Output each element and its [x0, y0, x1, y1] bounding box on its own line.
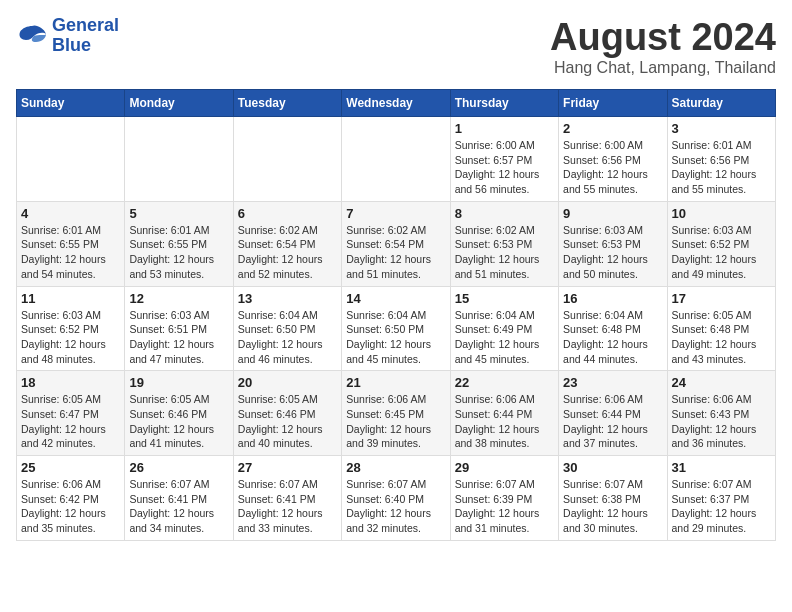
calendar-cell: 2Sunrise: 6:00 AMSunset: 6:56 PMDaylight…	[559, 117, 667, 202]
calendar-week-row: 25Sunrise: 6:06 AMSunset: 6:42 PMDayligh…	[17, 456, 776, 541]
calendar-header-row: SundayMondayTuesdayWednesdayThursdayFrid…	[17, 90, 776, 117]
cell-date-number: 2	[563, 121, 662, 136]
cell-day-info: Sunrise: 6:07 AMSunset: 6:41 PMDaylight:…	[129, 477, 228, 536]
calendar-day-header: Tuesday	[233, 90, 341, 117]
calendar-cell: 13Sunrise: 6:04 AMSunset: 6:50 PMDayligh…	[233, 286, 341, 371]
cell-date-number: 6	[238, 206, 337, 221]
cell-day-info: Sunrise: 6:06 AMSunset: 6:45 PMDaylight:…	[346, 392, 445, 451]
calendar-week-row: 1Sunrise: 6:00 AMSunset: 6:57 PMDaylight…	[17, 117, 776, 202]
logo-icon	[16, 22, 48, 50]
cell-date-number: 15	[455, 291, 554, 306]
calendar-cell: 8Sunrise: 6:02 AMSunset: 6:53 PMDaylight…	[450, 201, 558, 286]
calendar-day-header: Thursday	[450, 90, 558, 117]
cell-date-number: 7	[346, 206, 445, 221]
calendar-cell: 18Sunrise: 6:05 AMSunset: 6:47 PMDayligh…	[17, 371, 125, 456]
calendar-cell	[125, 117, 233, 202]
calendar-day-header: Saturday	[667, 90, 775, 117]
calendar-day-header: Wednesday	[342, 90, 450, 117]
calendar-table: SundayMondayTuesdayWednesdayThursdayFrid…	[16, 89, 776, 541]
calendar-week-row: 18Sunrise: 6:05 AMSunset: 6:47 PMDayligh…	[17, 371, 776, 456]
cell-day-info: Sunrise: 6:04 AMSunset: 6:48 PMDaylight:…	[563, 308, 662, 367]
cell-date-number: 26	[129, 460, 228, 475]
cell-day-info: Sunrise: 6:05 AMSunset: 6:46 PMDaylight:…	[129, 392, 228, 451]
calendar-day-header: Friday	[559, 90, 667, 117]
calendar-cell: 9Sunrise: 6:03 AMSunset: 6:53 PMDaylight…	[559, 201, 667, 286]
calendar-cell: 24Sunrise: 6:06 AMSunset: 6:43 PMDayligh…	[667, 371, 775, 456]
calendar-day-header: Sunday	[17, 90, 125, 117]
cell-date-number: 9	[563, 206, 662, 221]
cell-day-info: Sunrise: 6:06 AMSunset: 6:43 PMDaylight:…	[672, 392, 771, 451]
logo-line1: General	[52, 15, 119, 35]
cell-day-info: Sunrise: 6:07 AMSunset: 6:38 PMDaylight:…	[563, 477, 662, 536]
calendar-cell: 14Sunrise: 6:04 AMSunset: 6:50 PMDayligh…	[342, 286, 450, 371]
cell-day-info: Sunrise: 6:01 AMSunset: 6:55 PMDaylight:…	[129, 223, 228, 282]
calendar-cell: 7Sunrise: 6:02 AMSunset: 6:54 PMDaylight…	[342, 201, 450, 286]
cell-date-number: 27	[238, 460, 337, 475]
cell-date-number: 16	[563, 291, 662, 306]
cell-day-info: Sunrise: 6:01 AMSunset: 6:55 PMDaylight:…	[21, 223, 120, 282]
cell-day-info: Sunrise: 6:05 AMSunset: 6:47 PMDaylight:…	[21, 392, 120, 451]
calendar-title: August 2024	[550, 16, 776, 59]
calendar-cell: 21Sunrise: 6:06 AMSunset: 6:45 PMDayligh…	[342, 371, 450, 456]
logo-text: General Blue	[52, 16, 119, 56]
calendar-cell	[342, 117, 450, 202]
calendar-subtitle: Hang Chat, Lampang, Thailand	[550, 59, 776, 77]
calendar-cell: 20Sunrise: 6:05 AMSunset: 6:46 PMDayligh…	[233, 371, 341, 456]
calendar-day-header: Monday	[125, 90, 233, 117]
cell-day-info: Sunrise: 6:07 AMSunset: 6:41 PMDaylight:…	[238, 477, 337, 536]
calendar-cell: 10Sunrise: 6:03 AMSunset: 6:52 PMDayligh…	[667, 201, 775, 286]
calendar-cell: 19Sunrise: 6:05 AMSunset: 6:46 PMDayligh…	[125, 371, 233, 456]
cell-day-info: Sunrise: 6:00 AMSunset: 6:57 PMDaylight:…	[455, 138, 554, 197]
logo-line2: Blue	[52, 36, 119, 56]
cell-day-info: Sunrise: 6:00 AMSunset: 6:56 PMDaylight:…	[563, 138, 662, 197]
cell-day-info: Sunrise: 6:03 AMSunset: 6:52 PMDaylight:…	[21, 308, 120, 367]
cell-date-number: 14	[346, 291, 445, 306]
calendar-cell: 26Sunrise: 6:07 AMSunset: 6:41 PMDayligh…	[125, 456, 233, 541]
cell-date-number: 23	[563, 375, 662, 390]
calendar-cell: 5Sunrise: 6:01 AMSunset: 6:55 PMDaylight…	[125, 201, 233, 286]
calendar-cell: 4Sunrise: 6:01 AMSunset: 6:55 PMDaylight…	[17, 201, 125, 286]
calendar-cell: 6Sunrise: 6:02 AMSunset: 6:54 PMDaylight…	[233, 201, 341, 286]
calendar-cell: 16Sunrise: 6:04 AMSunset: 6:48 PMDayligh…	[559, 286, 667, 371]
cell-date-number: 17	[672, 291, 771, 306]
calendar-cell: 25Sunrise: 6:06 AMSunset: 6:42 PMDayligh…	[17, 456, 125, 541]
cell-day-info: Sunrise: 6:02 AMSunset: 6:53 PMDaylight:…	[455, 223, 554, 282]
calendar-cell: 27Sunrise: 6:07 AMSunset: 6:41 PMDayligh…	[233, 456, 341, 541]
cell-day-info: Sunrise: 6:03 AMSunset: 6:53 PMDaylight:…	[563, 223, 662, 282]
calendar-cell: 31Sunrise: 6:07 AMSunset: 6:37 PMDayligh…	[667, 456, 775, 541]
cell-date-number: 25	[21, 460, 120, 475]
calendar-week-row: 4Sunrise: 6:01 AMSunset: 6:55 PMDaylight…	[17, 201, 776, 286]
calendar-cell: 22Sunrise: 6:06 AMSunset: 6:44 PMDayligh…	[450, 371, 558, 456]
cell-day-info: Sunrise: 6:06 AMSunset: 6:42 PMDaylight:…	[21, 477, 120, 536]
cell-date-number: 31	[672, 460, 771, 475]
cell-day-info: Sunrise: 6:03 AMSunset: 6:52 PMDaylight:…	[672, 223, 771, 282]
calendar-cell	[17, 117, 125, 202]
cell-date-number: 1	[455, 121, 554, 136]
calendar-cell	[233, 117, 341, 202]
cell-date-number: 10	[672, 206, 771, 221]
cell-date-number: 5	[129, 206, 228, 221]
cell-date-number: 22	[455, 375, 554, 390]
calendar-cell: 17Sunrise: 6:05 AMSunset: 6:48 PMDayligh…	[667, 286, 775, 371]
cell-day-info: Sunrise: 6:05 AMSunset: 6:48 PMDaylight:…	[672, 308, 771, 367]
cell-day-info: Sunrise: 6:05 AMSunset: 6:46 PMDaylight:…	[238, 392, 337, 451]
calendar-cell: 28Sunrise: 6:07 AMSunset: 6:40 PMDayligh…	[342, 456, 450, 541]
cell-date-number: 19	[129, 375, 228, 390]
cell-day-info: Sunrise: 6:04 AMSunset: 6:49 PMDaylight:…	[455, 308, 554, 367]
cell-date-number: 24	[672, 375, 771, 390]
cell-day-info: Sunrise: 6:04 AMSunset: 6:50 PMDaylight:…	[238, 308, 337, 367]
calendar-cell: 23Sunrise: 6:06 AMSunset: 6:44 PMDayligh…	[559, 371, 667, 456]
cell-date-number: 11	[21, 291, 120, 306]
page-header: General Blue August 2024 Hang Chat, Lamp…	[16, 16, 776, 77]
calendar-cell: 11Sunrise: 6:03 AMSunset: 6:52 PMDayligh…	[17, 286, 125, 371]
cell-day-info: Sunrise: 6:07 AMSunset: 6:39 PMDaylight:…	[455, 477, 554, 536]
cell-day-info: Sunrise: 6:06 AMSunset: 6:44 PMDaylight:…	[563, 392, 662, 451]
cell-date-number: 30	[563, 460, 662, 475]
cell-date-number: 28	[346, 460, 445, 475]
cell-date-number: 12	[129, 291, 228, 306]
calendar-cell: 3Sunrise: 6:01 AMSunset: 6:56 PMDaylight…	[667, 117, 775, 202]
cell-date-number: 20	[238, 375, 337, 390]
title-block: August 2024 Hang Chat, Lampang, Thailand	[550, 16, 776, 77]
cell-day-info: Sunrise: 6:03 AMSunset: 6:51 PMDaylight:…	[129, 308, 228, 367]
cell-date-number: 3	[672, 121, 771, 136]
